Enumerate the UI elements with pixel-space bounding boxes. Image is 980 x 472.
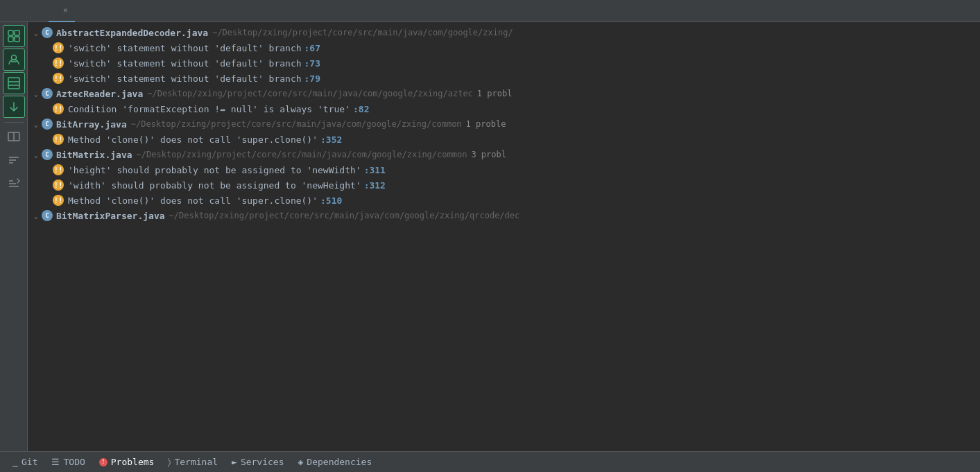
file-path: ~/Desktop/zxing/project/core/src/main/ja… — [137, 150, 467, 159]
file-entry-1[interactable]: ⌄ C AztecReader.java ~/Desktop/zxing/pro… — [28, 86, 980, 101]
todo-icon: ☰ — [51, 457, 60, 467]
sidebar-icon-sort[interactable] — [3, 149, 25, 171]
problem-entry-1-0[interactable]: !! Condition 'formatException != null' i… — [28, 101, 980, 116]
problem-text: 'height' should probably not be assigned… — [68, 165, 361, 175]
problem-line: :82 — [353, 104, 369, 114]
problem-count: 3 probl — [471, 150, 506, 159]
warning-icon: !! — [53, 195, 64, 206]
tab-bar: ✕ — [0, 0, 980, 22]
warning-icon: !! — [53, 134, 64, 145]
file-path: ~/Desktop/zxing/project/core/src/main/ja… — [212, 28, 513, 37]
chevron-icon: ⌄ — [31, 88, 42, 99]
file-entry-0[interactable]: ⌄ C AbstractExpandedDecoder.java ~/Deskt… — [28, 25, 980, 40]
problem-line: :67 — [304, 43, 320, 53]
main-area: ⌄ C AbstractExpandedDecoder.java ~/Deskt… — [0, 22, 980, 451]
bottom-tab-label: Services — [241, 457, 284, 467]
sidebar-icon-person[interactable] — [3, 49, 25, 71]
problem-line: :510 — [320, 195, 342, 206]
git-icon: ⎯ — [12, 457, 18, 467]
svg-rect-6 — [8, 78, 19, 89]
problem-text: Method 'clone()' does not call 'super.cl… — [68, 134, 318, 145]
error-dot-icon: ! — [99, 458, 108, 466]
bottom-toolbar: ⎯ Git ☰ TODO ! Problems 〉 Terminal ► Ser… — [0, 451, 980, 472]
problem-count: 1 probl — [477, 89, 513, 98]
tab-qodana-close[interactable]: ✕ — [63, 6, 68, 15]
file-type-icon: C — [42, 149, 53, 160]
problem-entry-0-2[interactable]: !! 'switch' statement without 'default' … — [28, 71, 980, 86]
problem-line: :73 — [304, 58, 320, 69]
svg-rect-2 — [8, 37, 13, 42]
problem-line: :352 — [320, 134, 342, 145]
bottom-tab-dependencies[interactable]: ◈ Dependencies — [291, 452, 379, 473]
problem-text: 'switch' statement without 'default' bra… — [68, 73, 302, 84]
problem-text: Method 'clone()' does not call 'super.cl… — [68, 195, 318, 206]
file-name: BitMatrixParser.java — [56, 211, 165, 221]
terminal-icon: 〉 — [168, 457, 171, 468]
bottom-tab-label: Problems — [111, 457, 155, 467]
warning-icon: !! — [53, 58, 64, 69]
sidebar — [0, 22, 28, 451]
bottom-tab-services[interactable]: ► Services — [225, 452, 291, 473]
file-type-icon: C — [42, 88, 53, 99]
bottom-tab-problems[interactable]: ! Problems — [92, 452, 162, 473]
bottom-tab-git[interactable]: ⎯ Git — [6, 452, 44, 473]
bottom-tab-label: TODO — [63, 457, 85, 467]
chevron-icon: ⌄ — [31, 210, 42, 221]
sidebar-icon-arrow-down[interactable] — [3, 96, 25, 118]
bottom-tab-terminal[interactable]: 〉 Terminal — [161, 452, 225, 473]
svg-rect-0 — [8, 30, 13, 35]
problem-entry-3-0[interactable]: !! 'height' should probably not be assig… — [28, 162, 980, 177]
file-type-icon: C — [42, 210, 53, 221]
tab-file[interactable] — [14, 0, 31, 22]
svg-rect-3 — [15, 37, 19, 42]
problem-text: 'switch' statement without 'default' bra… — [68, 58, 302, 69]
file-entry-4[interactable]: ⌄ C BitMatrixParser.java ~/Desktop/zxing… — [28, 208, 980, 223]
bottom-tab-todo[interactable]: ☰ TODO — [44, 452, 92, 473]
problem-entry-0-1[interactable]: !! 'switch' statement without 'default' … — [28, 55, 980, 71]
file-type-icon: C — [42, 119, 53, 130]
sidebar-icon-group[interactable] — [3, 25, 25, 47]
file-entry-3[interactable]: ⌄ C BitMatrix.java ~/Desktop/zxing/proje… — [28, 147, 980, 162]
sidebar-divider-1 — [4, 122, 24, 123]
warning-icon: !! — [53, 42, 64, 53]
tab-project-errors[interactable] — [31, 0, 49, 22]
bottom-tab-label: Dependencies — [307, 457, 372, 467]
file-entry-2[interactable]: ⌄ C BitArray.java ~/Desktop/zxing/projec… — [28, 116, 980, 132]
sidebar-icon-sort-size[interactable] — [3, 173, 25, 195]
chevron-icon: ⌄ — [31, 119, 42, 130]
file-path: ~/Desktop/zxing/project/core/src/main/ja… — [131, 119, 462, 129]
warning-icon: !! — [53, 164, 64, 175]
file-name: BitArray.java — [56, 119, 127, 130]
problem-line: :311 — [364, 165, 386, 175]
file-name: BitMatrix.java — [56, 150, 132, 160]
problems-list[interactable]: ⌄ C AbstractExpandedDecoder.java ~/Deskt… — [28, 22, 980, 451]
problem-entry-2-0[interactable]: !! Method 'clone()' does not call 'super… — [28, 132, 980, 147]
tab-qodana[interactable]: ✕ — [49, 0, 75, 22]
chevron-icon: ⌄ — [31, 149, 42, 160]
file-path: ~/Desktop/zxing/project/core/src/main/ja… — [169, 211, 520, 220]
problem-line: :312 — [364, 180, 386, 191]
file-name: AbstractExpandedDecoder.java — [56, 28, 208, 38]
file-type-icon: C — [42, 27, 53, 38]
dependencies-icon: ◈ — [298, 457, 304, 467]
problem-text: 'switch' statement without 'default' bra… — [68, 43, 302, 53]
problem-text: 'width' should probably not be assigned … — [68, 180, 361, 191]
bottom-tab-label: Git — [22, 457, 37, 467]
problem-entry-3-1[interactable]: !! 'width' should probably not be assign… — [28, 177, 980, 193]
warning-icon: !! — [53, 180, 64, 191]
file-path: ~/Desktop/zxing/project/core/src/main/ja… — [147, 89, 473, 98]
services-icon: ► — [232, 457, 237, 467]
problem-line: :79 — [304, 73, 320, 84]
bottom-tab-label: Terminal — [174, 457, 218, 467]
warning-icon: !! — [53, 73, 64, 84]
problem-text: Condition 'formatException != null' is a… — [68, 104, 350, 114]
problem-entry-3-2[interactable]: !! Method 'clone()' does not call 'super… — [28, 193, 980, 208]
problem-entry-0-0[interactable]: !! 'switch' statement without 'default' … — [28, 40, 980, 55]
chevron-icon: ⌄ — [31, 27, 42, 38]
sidebar-icon-split[interactable] — [3, 125, 25, 148]
file-name: AztecReader.java — [56, 89, 143, 99]
sidebar-icon-panel[interactable] — [3, 72, 25, 94]
problem-count: 1 proble — [466, 119, 506, 129]
warning-icon: !! — [53, 103, 64, 114]
svg-rect-1 — [15, 30, 19, 35]
